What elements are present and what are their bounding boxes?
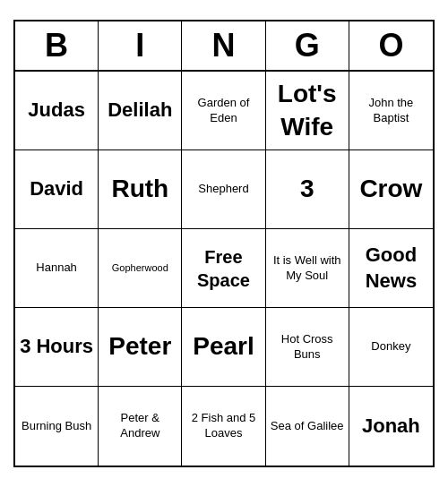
bingo-cell: It is Well with My Soul xyxy=(266,229,349,308)
bingo-cell: Ruth xyxy=(99,150,182,229)
bingo-cell: Jonah xyxy=(349,387,433,466)
bingo-cell: Judas xyxy=(15,72,99,150)
bingo-cell: Good News xyxy=(349,229,433,308)
bingo-cell: John the Baptist xyxy=(349,72,433,150)
bingo-cell: Sea of Galilee xyxy=(266,387,349,466)
header-letter: I xyxy=(99,21,182,70)
bingo-cell: Hot Cross Buns xyxy=(266,308,349,387)
bingo-cell: Garden of Eden xyxy=(182,72,265,150)
bingo-cell: 3 xyxy=(266,150,349,229)
bingo-cell: Peter xyxy=(99,308,182,387)
bingo-cell: Shepherd xyxy=(182,150,265,229)
bingo-cell: Burning Bush xyxy=(15,387,99,466)
bingo-cell: Gopherwood xyxy=(99,229,182,308)
header-letter: O xyxy=(349,21,433,70)
header-letter: N xyxy=(182,21,265,70)
bingo-cell: Donkey xyxy=(349,308,433,387)
bingo-card: BINGO JudasDelilahGarden of EdenLot's Wi… xyxy=(13,20,435,467)
bingo-cell: Lot's Wife xyxy=(266,72,349,150)
bingo-cell: Pearl xyxy=(182,308,265,387)
header-letter: B xyxy=(15,21,99,70)
header-letter: G xyxy=(266,21,349,70)
bingo-cell: Crow xyxy=(349,150,433,229)
bingo-cell: David xyxy=(15,150,99,229)
bingo-cell: 3 Hours xyxy=(15,308,99,387)
bingo-cell: Delilah xyxy=(99,72,182,150)
bingo-cell: Peter & Andrew xyxy=(99,387,182,466)
bingo-header: BINGO xyxy=(15,21,433,72)
bingo-cell: 2 Fish and 5 Loaves xyxy=(182,387,265,466)
bingo-cell: Hannah xyxy=(15,229,99,308)
bingo-cell: Free Space xyxy=(182,229,265,308)
bingo-grid: JudasDelilahGarden of EdenLot's WifeJohn… xyxy=(15,72,433,466)
